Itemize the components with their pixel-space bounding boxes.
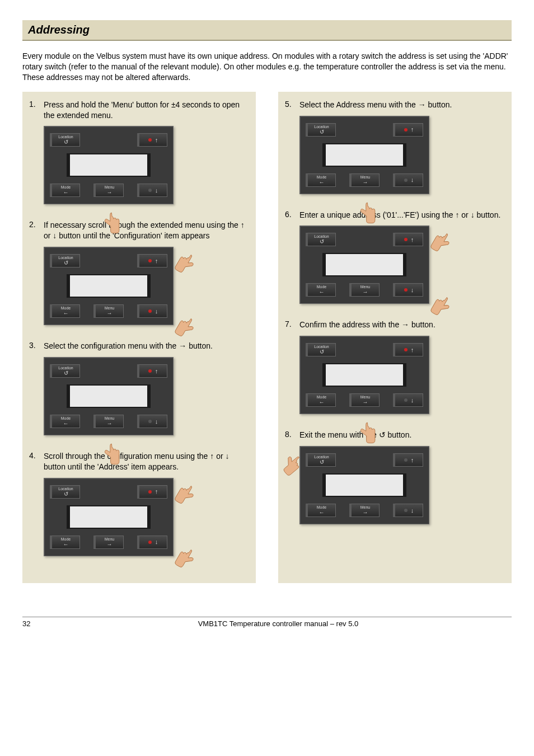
- page-number: 32: [22, 619, 45, 628]
- lcd-screen: [322, 473, 406, 497]
- arrow-up-icon: ↑: [155, 137, 158, 143]
- location-label: Location: [58, 366, 73, 370]
- device-panel-wrap: Location ↺ ↑ Mode ← Menu →: [44, 478, 174, 556]
- panel-top-row: Location ↺ ↑: [306, 342, 423, 358]
- led-icon: [148, 138, 152, 142]
- mode-label: Mode: [317, 505, 327, 509]
- location-button[interactable]: Location ↺: [50, 254, 80, 267]
- down-button[interactable]: ↓: [137, 415, 167, 428]
- location-button[interactable]: Location ↺: [50, 133, 80, 147]
- location-button[interactable]: Location ↺: [50, 364, 80, 378]
- panel-bottom-row: Mode ← Menu → ↓: [50, 182, 167, 198]
- mode-button[interactable]: Mode ←: [306, 283, 336, 297]
- location-label: Location: [58, 487, 73, 491]
- location-button[interactable]: Location ↺: [306, 343, 336, 356]
- down-button[interactable]: ↓: [137, 184, 167, 197]
- menu-button[interactable]: Menu →: [93, 536, 124, 549]
- mode-button[interactable]: Mode ←: [50, 536, 80, 549]
- menu-button[interactable]: Menu →: [349, 393, 380, 407]
- location-label: Location: [314, 125, 329, 129]
- menu-button[interactable]: Menu →: [93, 304, 124, 318]
- menu-button[interactable]: Menu →: [93, 415, 124, 428]
- up-button[interactable]: ↑: [393, 343, 423, 356]
- up-button[interactable]: ↑: [137, 485, 167, 499]
- pointing-hand-icon: [427, 290, 456, 322]
- menu-label: Menu: [105, 185, 115, 189]
- step-number: 1.: [29, 100, 44, 205]
- up-button[interactable]: ↑: [393, 123, 423, 137]
- up-button[interactable]: ↑: [393, 453, 423, 467]
- location-button[interactable]: Location ↺: [50, 485, 80, 499]
- down-button[interactable]: ↓: [137, 536, 167, 549]
- step-text: Exit the menu with the ↺ button.: [299, 430, 505, 440]
- menu-label: Menu: [360, 285, 371, 289]
- mode-button[interactable]: Mode ←: [50, 184, 80, 197]
- step-number: 2.: [29, 220, 44, 325]
- undo-icon: ↺: [64, 370, 68, 376]
- device-panel-wrap: Location ↺ ↑ Mode ← Menu →: [299, 116, 429, 194]
- footer-text: VMB1TC Temperature controller manual – r…: [45, 619, 512, 628]
- arrow-down-icon: ↓: [155, 419, 158, 425]
- led-icon: [148, 189, 152, 192]
- led-icon: [148, 490, 152, 494]
- arrow-down-icon: ↓: [411, 287, 414, 293]
- arrow-down-icon: ↓: [411, 508, 414, 514]
- up-button[interactable]: ↑: [137, 133, 167, 147]
- down-button[interactable]: ↓: [393, 173, 423, 187]
- down-button[interactable]: ↓: [393, 504, 423, 517]
- menu-label: Menu: [360, 175, 371, 179]
- mode-label: Mode: [317, 285, 327, 289]
- device-panel-wrap: Location ↺ ↑ Mode ← Menu →: [299, 336, 429, 414]
- step-text: Select the configuration menu with the →…: [44, 341, 249, 351]
- panel-top-row: Location ↺ ↑: [306, 232, 423, 247]
- step: 1. Press and hold the 'Menu' button for …: [29, 100, 249, 205]
- arrow-down-icon: ↓: [155, 187, 158, 194]
- menu-button[interactable]: Menu →: [93, 184, 124, 197]
- up-button[interactable]: ↑: [137, 254, 167, 267]
- menu-button[interactable]: Menu →: [349, 504, 380, 517]
- lcd-screen: [67, 274, 151, 298]
- location-button[interactable]: Location ↺: [306, 233, 336, 246]
- led-icon: [404, 238, 407, 241]
- location-label: Location: [58, 135, 73, 139]
- down-button[interactable]: ↓: [393, 393, 423, 407]
- device-panel-wrap: Location ↺ ↑ Mode ← Menu →: [44, 247, 174, 325]
- menu-button[interactable]: Menu →: [349, 173, 380, 187]
- arrow-left-icon: ←: [63, 542, 69, 547]
- mode-label: Mode: [61, 537, 71, 541]
- menu-button[interactable]: Menu →: [349, 283, 380, 297]
- mode-button[interactable]: Mode ←: [306, 393, 336, 407]
- down-button[interactable]: ↓: [393, 283, 423, 297]
- location-button[interactable]: Location ↺: [306, 123, 336, 137]
- step-text: If necessary scroll through the extended…: [44, 220, 249, 241]
- lcd-screen: [322, 363, 406, 387]
- up-button[interactable]: ↑: [393, 233, 423, 246]
- up-button[interactable]: ↑: [137, 364, 167, 378]
- lcd-screen: [67, 384, 151, 408]
- arrow-left-icon: ←: [319, 180, 325, 185]
- arrow-up-icon: ↑: [411, 457, 414, 463]
- mode-button[interactable]: Mode ←: [50, 304, 80, 318]
- section-title: Addressing: [28, 24, 506, 36]
- step-number: 6.: [285, 210, 299, 304]
- step-number: 4.: [29, 451, 44, 556]
- location-button[interactable]: Location ↺: [306, 453, 336, 467]
- panel-bottom-row: Mode ← Menu → ↓: [306, 172, 423, 188]
- mode-button[interactable]: Mode ←: [50, 415, 80, 428]
- arrow-right-icon: →: [363, 510, 368, 515]
- menu-label: Menu: [105, 537, 115, 541]
- mode-label: Mode: [61, 185, 71, 189]
- lcd-screen: [67, 505, 151, 529]
- device-panel: Location ↺ ↑ Mode ← Menu →: [44, 478, 174, 556]
- mode-button[interactable]: Mode ←: [306, 504, 336, 517]
- mode-button[interactable]: Mode ←: [306, 173, 336, 187]
- led-icon: [148, 420, 152, 423]
- undo-icon: ↺: [64, 260, 68, 266]
- arrow-right-icon: →: [107, 190, 113, 195]
- location-label: Location: [314, 345, 329, 349]
- columns: 1. Press and hold the 'Menu' button for …: [22, 92, 512, 583]
- arrow-left-icon: ←: [63, 311, 69, 316]
- step-body: Press and hold the 'Menu' button for ±4 …: [44, 100, 249, 205]
- menu-label: Menu: [360, 505, 371, 509]
- down-button[interactable]: ↓: [137, 304, 167, 318]
